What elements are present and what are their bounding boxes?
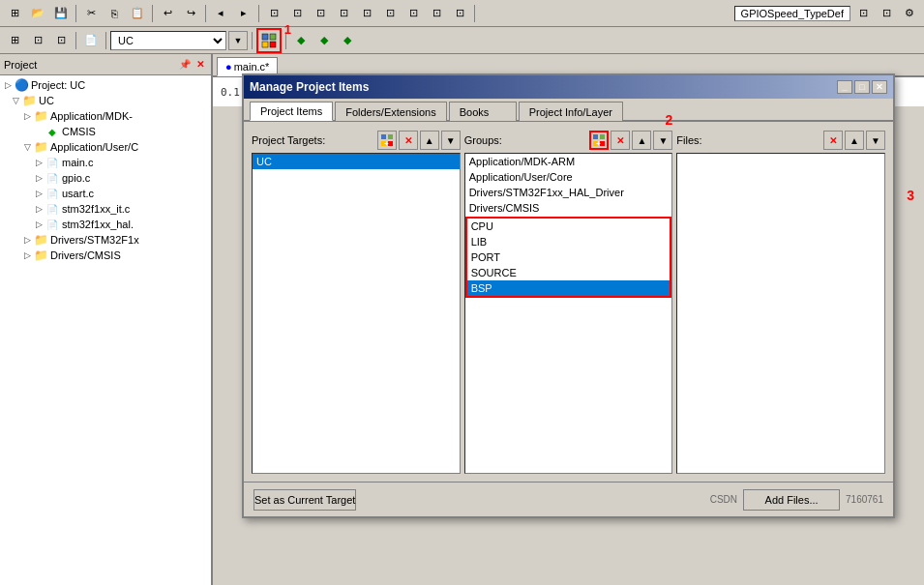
sidebar-header-icons: 📌 ✕	[178, 58, 207, 72]
group-item-mdk-arm[interactable]: Application/MDK-ARM	[465, 154, 672, 169]
toolbar-btn-b2[interactable]: ⊡	[286, 3, 308, 24]
folder-icon-mdk: 📁	[33, 109, 48, 123]
tree-item-main[interactable]: ▷ 📄 main.c	[2, 155, 209, 170]
tree-item-cmsis[interactable]: ◆ CMSIS	[2, 124, 209, 139]
sep8	[252, 32, 253, 49]
files-up-btn[interactable]: ▲	[845, 131, 864, 150]
groups-panel: 2 Groups: +	[464, 130, 673, 474]
folder-icon-drivers-cmsis: 📁	[33, 249, 48, 262]
set-target-btn[interactable]: Set as Current Target	[253, 489, 356, 511]
toolbar-btn-b8[interactable]: ⊡	[426, 3, 447, 24]
targets-delete-btn[interactable]: ✕	[399, 131, 418, 150]
toolbar-btn-r3[interactable]: ⚙	[899, 3, 920, 24]
targets-list[interactable]: UC	[252, 153, 461, 474]
mdk-label: Application/MDK-	[50, 110, 133, 122]
toolbar-btn-copy[interactable]: ⎘	[104, 3, 125, 24]
tree-item-drivers[interactable]: ▷ 📁 Drivers/STM32F1x	[2, 232, 209, 248]
dialog-tab-books[interactable]: Books	[449, 102, 517, 121]
toolbar-btn-b4[interactable]: ⊡	[333, 3, 354, 24]
toolbar-btn-undo[interactable]: ↩	[157, 3, 178, 24]
group-item-bsp[interactable]: BSP	[467, 280, 671, 296]
folder-icon-uc: 📁	[21, 94, 37, 107]
toolbar-btn-save[interactable]: 💾	[50, 3, 72, 24]
svg-rect-7	[388, 141, 393, 146]
gpio-label: gpio.c	[62, 172, 90, 184]
add-files-btn[interactable]: Add Files...	[743, 489, 840, 511]
toolbar-btn-b7[interactable]: ⊡	[402, 3, 424, 24]
toolbar-btn-b6[interactable]: ⊡	[379, 3, 401, 24]
files-down-btn[interactable]: ▼	[866, 131, 885, 150]
dialog-maximize-btn[interactable]: □	[854, 80, 870, 94]
group-item-lib[interactable]: LIB	[467, 234, 671, 249]
toolbar-btn-cut[interactable]: ✂	[80, 3, 102, 24]
toolbar-btn-green1[interactable]: ◆	[290, 30, 312, 51]
toolbar-btn-s1[interactable]: ⊞	[4, 30, 25, 51]
sidebar: Project 📌 ✕ ▷ 🔵 Project: UC ▽ 📁 UC ▷	[0, 54, 213, 585]
group-item-port[interactable]: PORT	[467, 249, 671, 265]
target-item-uc[interactable]: UC	[253, 154, 460, 169]
dialog-title-bar: Manage Project Items _ □ ✕	[244, 75, 893, 99]
sep4	[258, 5, 259, 22]
toolbar-btn-b9[interactable]: ⊡	[449, 3, 470, 24]
manage-project-items-btn[interactable]	[256, 28, 282, 53]
toolbar-btn-back[interactable]: ◂	[210, 3, 231, 24]
toolbar-btn-b1[interactable]: ⊡	[263, 3, 284, 24]
tree-item-user[interactable]: ▽ 📁 Application/User/C	[2, 139, 209, 155]
target-select[interactable]: UC	[110, 31, 226, 50]
svg-rect-0	[262, 34, 268, 40]
groups-delete-btn[interactable]: ✕	[611, 131, 630, 150]
toolbar-btn-b5[interactable]: ⊡	[356, 3, 377, 24]
it-label: stm32f1xx_it.c	[62, 203, 130, 215]
tree-item-uc[interactable]: ▽ 📁 UC	[2, 93, 209, 108]
groups-up-btn[interactable]: ▲	[632, 131, 651, 150]
tree-expand-main: ▷	[33, 158, 45, 167]
dialog-tab-info[interactable]: Project Info/Layer	[519, 102, 623, 121]
toolbar-btn-s3[interactable]: ⊡	[50, 30, 72, 51]
tree-expand-project: ▷	[2, 80, 14, 90]
tree-item-hal[interactable]: ▷ 📄 stm32f1xx_hal.	[2, 217, 209, 232]
sidebar-pin-icon[interactable]: 📌	[178, 58, 192, 72]
files-list[interactable]	[676, 153, 885, 474]
toolbar-btn-fwd[interactable]: ▸	[233, 3, 254, 24]
toolbar-btn-redo[interactable]: ↪	[180, 3, 201, 24]
target-dropdown-btn[interactable]: ▼	[228, 31, 248, 50]
group-item-hal-driver[interactable]: Drivers/STM32F1xx_HAL_Driver	[465, 185, 672, 200]
group-item-source[interactable]: SOURCE	[467, 265, 671, 280]
tree-item-it[interactable]: ▷ 📄 stm32f1xx_it.c	[2, 201, 209, 217]
toolbar-btn-b3[interactable]: ⊡	[310, 3, 331, 24]
targets-up-btn[interactable]: ▲	[420, 131, 439, 150]
tree-item-usart[interactable]: ▷ 📄 usart.c	[2, 186, 209, 201]
targets-down-btn[interactable]: ▼	[441, 131, 461, 150]
toolbar-btn-r2[interactable]: ⊡	[876, 3, 897, 24]
groups-down-btn[interactable]: ▼	[653, 131, 672, 150]
toolbar-btn-paste[interactable]: 📋	[127, 3, 148, 24]
tree-item-mdk[interactable]: ▷ 📁 Application/MDK-	[2, 108, 209, 124]
group-item-drivers-cmsis[interactable]: Drivers/CMSIS	[465, 200, 672, 216]
toolbar-second: ⊞ ⊡ ⊡ 📄 UC ▼ 1 ◆ ◆ ◆	[0, 27, 924, 54]
toolbar-btn-green3[interactable]: ◆	[337, 30, 358, 51]
toolbar-btn-new[interactable]: ⊞	[4, 3, 25, 24]
dialog-tab-project-items[interactable]: Project Items	[250, 102, 333, 121]
files-delete-btn[interactable]: ✕	[823, 131, 843, 150]
targets-add-btn[interactable]: +	[377, 131, 397, 150]
dialog-tab-info-label: Project Info/Layer	[529, 106, 612, 118]
sidebar-close-icon[interactable]: ✕	[194, 58, 207, 72]
group-item-user-core[interactable]: Application/User/Core	[465, 169, 672, 185]
tree-item-drivers-cmsis[interactable]: ▷ 📁 Drivers/CMSIS	[2, 248, 209, 263]
dialog-minimize-btn[interactable]: _	[837, 80, 852, 94]
toolbar-btn-r1[interactable]: ⊡	[852, 3, 874, 24]
dialog-tab-folders[interactable]: Folders/Extensions	[335, 102, 447, 121]
groups-add-btn[interactable]: +	[589, 131, 609, 150]
tree-expand-gpio: ▷	[33, 173, 45, 183]
toolbar-btn-green2[interactable]: ◆	[313, 30, 335, 51]
tree-item-gpio[interactable]: ▷ 📄 gpio.c	[2, 170, 209, 186]
dialog-tab-project-items-label: Project Items	[260, 105, 322, 117]
toolbar-btn-open[interactable]: 📂	[27, 3, 48, 24]
groups-list[interactable]: Application/MDK-ARM Application/User/Cor…	[464, 153, 673, 474]
dialog-close-btn[interactable]: ✕	[872, 80, 887, 94]
group-item-cpu[interactable]: CPU	[467, 219, 671, 234]
toolbar-btn-s2[interactable]: ⊡	[27, 30, 48, 51]
toolbar-btn-s4[interactable]: 📄	[80, 30, 102, 51]
gpio-type-select[interactable]: GPIOSpeed_TypeDef	[734, 6, 850, 21]
tree-item-project[interactable]: ▷ 🔵 Project: UC	[2, 77, 209, 93]
